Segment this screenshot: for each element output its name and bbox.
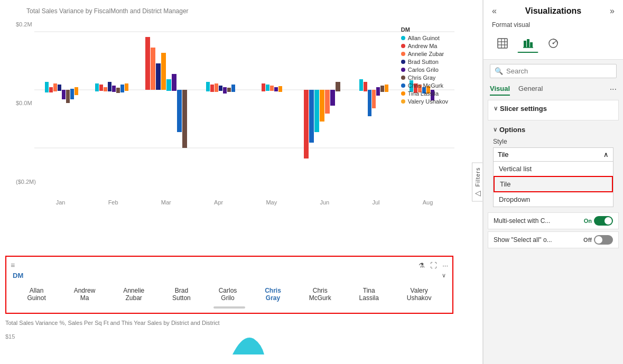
legend-label-3: Brad Sutton xyxy=(408,59,439,65)
svg-rect-6 xyxy=(58,85,61,91)
slicer-item-0[interactable]: AllanGuinot xyxy=(24,286,49,303)
dropdown-item-dropdown[interactable]: Dropdown xyxy=(494,192,613,207)
svg-rect-4 xyxy=(49,87,53,92)
dropdown-item-tile[interactable]: Tile xyxy=(494,176,613,192)
tab-visual[interactable]: Visual xyxy=(490,82,510,96)
svg-rect-30 xyxy=(219,86,222,91)
filter-icon[interactable]: ⚗ xyxy=(419,262,425,269)
slicer-settings-section: ∨ Slicer settings xyxy=(488,100,619,120)
show-select-all-row: Show "Select all" o... Off xyxy=(488,231,619,248)
x-label-jan: Jan xyxy=(56,199,66,206)
legend-item-1: Andrew Ma xyxy=(401,43,448,49)
y-label-mid: $0.0M xyxy=(16,100,36,106)
svg-rect-11 xyxy=(95,83,99,91)
legend-item-8: Valery Ushakov xyxy=(401,98,448,105)
slicer-item-3[interactable]: BradSutton xyxy=(169,286,194,303)
more-icon[interactable]: ··· xyxy=(442,262,448,269)
bottom-chart-title: Total Sales Variance %, Sales Per Sq Ft … xyxy=(5,320,220,326)
chart-title: Total Sales Variance by FiscalMonth and … xyxy=(26,7,189,15)
style-dropdown-header[interactable]: Tile ∧ xyxy=(493,147,613,162)
svg-rect-42 xyxy=(320,90,324,122)
multi-select-state: On xyxy=(584,218,592,224)
svg-rect-21 xyxy=(156,63,161,90)
search-bar[interactable]: 🔍 xyxy=(490,64,617,78)
options-header[interactable]: ∨ Options xyxy=(488,123,619,137)
expand-icon[interactable]: ⛶ xyxy=(430,262,437,269)
x-label-apr: Apr xyxy=(214,199,223,206)
svg-rect-66 xyxy=(530,42,533,48)
table-format-button[interactable] xyxy=(492,34,513,53)
slicer-header: ≡ ⚗ ⛶ ··· xyxy=(11,261,448,269)
tab-more-button[interactable]: ··· xyxy=(610,85,617,94)
legend-item-7: Tina Lassila xyxy=(401,90,448,97)
show-select-all-label: Show "Select all" o... xyxy=(494,236,552,244)
legend-dot-4 xyxy=(401,68,405,72)
svg-rect-13 xyxy=(104,87,107,91)
svg-rect-25 xyxy=(177,90,182,132)
svg-rect-33 xyxy=(231,85,235,92)
dropdown-chevron-icon: ∧ xyxy=(603,151,609,158)
legend-label-6: Chris McGurk xyxy=(408,82,443,89)
nav-right-icon[interactable]: » xyxy=(610,6,615,16)
multi-select-toggle[interactable]: On xyxy=(584,216,613,226)
search-input[interactable] xyxy=(506,67,612,75)
svg-rect-43 xyxy=(325,90,330,114)
slicer-settings-header[interactable]: ∨ Slicer settings xyxy=(494,105,613,113)
tab-general[interactable]: General xyxy=(518,82,543,96)
svg-rect-3 xyxy=(45,82,49,92)
slicer-settings-label: Slicer settings xyxy=(500,105,547,113)
svg-rect-45 xyxy=(336,82,340,91)
svg-rect-65 xyxy=(527,39,529,48)
slicer-item-2[interactable]: AnnelieZubar xyxy=(120,286,147,303)
slicer-header-icons[interactable]: ⚗ ⛶ ··· xyxy=(419,262,448,269)
style-dropdown-open: Vertical list Tile Dropdown xyxy=(493,162,613,207)
legend-item-5: Chris Gray xyxy=(401,74,448,81)
bottom-chart-svg xyxy=(227,331,269,360)
svg-rect-51 xyxy=(380,86,384,92)
slicer-items-row: AllanGuinot AndrewMa AnnelieZubar BradSu… xyxy=(11,281,448,305)
svg-rect-27 xyxy=(206,82,210,91)
y-label-bot: ($0.2M) xyxy=(16,179,36,185)
show-select-all-toggle[interactable]: Off xyxy=(583,235,613,245)
slicer-item-6[interactable]: ChrisMcGurk xyxy=(306,286,334,303)
legend-dot-0 xyxy=(401,36,405,40)
slicer-dm-label: DM xyxy=(13,272,23,279)
svg-rect-47 xyxy=(364,82,367,91)
svg-rect-10 xyxy=(75,87,78,95)
options-label: Options xyxy=(499,126,525,134)
svg-rect-18 xyxy=(125,83,128,91)
svg-rect-59 xyxy=(498,39,507,48)
svg-rect-9 xyxy=(70,89,74,99)
chart-area: Total Sales Variance by FiscalMonth and … xyxy=(0,0,483,364)
legend-label-8: Valery Ushakov xyxy=(408,98,448,105)
svg-rect-22 xyxy=(161,53,166,90)
multi-select-switch[interactable] xyxy=(594,216,613,226)
nav-left-icon[interactable]: « xyxy=(492,6,497,16)
slicer-item-5[interactable]: ChrisGray xyxy=(262,286,284,303)
slicer-item-8[interactable]: ValeryUshakov xyxy=(404,286,435,303)
legend-item-6: Chris McGurk xyxy=(401,82,448,89)
slicer-chevron-icon[interactable]: ∨ xyxy=(442,272,446,279)
analytics-format-button[interactable] xyxy=(543,34,564,53)
slicer-dm-text: DM xyxy=(13,272,23,279)
svg-rect-44 xyxy=(330,90,335,106)
dropdown-item-vertical-list[interactable]: Vertical list xyxy=(494,162,613,176)
svg-rect-14 xyxy=(108,82,111,91)
svg-rect-17 xyxy=(120,85,124,92)
svg-rect-29 xyxy=(215,83,218,92)
x-label-may: May xyxy=(266,199,277,206)
filters-tab[interactable]: Filters ◁ xyxy=(472,162,483,202)
svg-rect-49 xyxy=(372,90,376,108)
bar-format-button[interactable] xyxy=(517,34,538,53)
slicer-scrollbar[interactable] xyxy=(11,306,448,309)
show-select-all-state: Off xyxy=(583,237,592,243)
legend-item-0: Allan Guinot xyxy=(401,35,448,41)
slicer-item-7[interactable]: TinaLassila xyxy=(356,286,382,303)
slicer-item-1[interactable]: AndrewMa xyxy=(71,286,99,303)
style-dropdown[interactable]: Tile ∧ Vertical list Tile Dropdown xyxy=(493,147,613,207)
slicer-item-4[interactable]: CarlosGrilo xyxy=(216,286,240,303)
show-select-all-switch[interactable] xyxy=(594,235,613,245)
chart-legend: DM Allan Guinot Andrew Ma Annelie Zubar … xyxy=(401,26,448,106)
svg-rect-8 xyxy=(66,90,70,103)
legend-dot-1 xyxy=(401,44,405,48)
